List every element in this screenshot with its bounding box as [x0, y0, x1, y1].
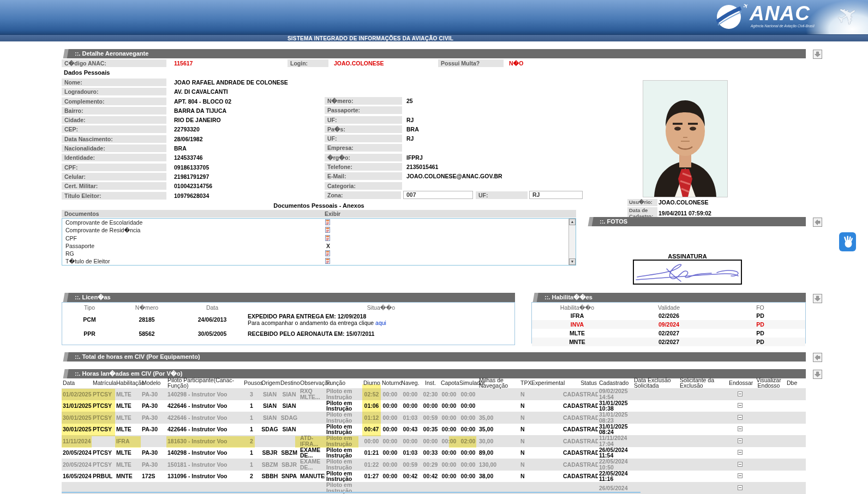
- field-value: RJ: [406, 116, 414, 124]
- field-value: BRA: [406, 125, 419, 133]
- endossar-icon[interactable]: [738, 438, 743, 443]
- cell: [530, 459, 562, 471]
- cell: PTCSY: [92, 424, 115, 436]
- export-habilitacoes-button[interactable]: [813, 294, 822, 303]
- zona-uf-label: UF:: [476, 191, 528, 199]
- habilitacao-row: MLTE02/2027PD: [532, 329, 805, 338]
- cell: EXAME DE...: [299, 447, 325, 459]
- cell: [728, 388, 752, 400]
- cell: SIAN: [279, 424, 299, 436]
- cell: Piloto em Instrução: [325, 388, 362, 400]
- col-header: Modelo: [141, 377, 166, 388]
- cell: [752, 400, 786, 412]
- col-header: Experimental: [530, 377, 562, 388]
- scroll-up-button[interactable]: ▲: [569, 219, 576, 225]
- endossar-icon[interactable]: [738, 450, 743, 455]
- cell: 181630 - Instrutor Voo: [166, 435, 243, 447]
- document-name: Comprovante de Resid�ncia: [65, 227, 140, 233]
- codigo-anac-label: C�digo ANAC:: [62, 59, 166, 67]
- cell: [679, 471, 728, 483]
- habilitacao-hab: MNTE: [532, 338, 622, 346]
- document-file-icon[interactable]: [325, 258, 330, 266]
- licenca-row: PPR 58562 30/05/2005 RECEBIDO PELO AERON…: [62, 326, 514, 337]
- endossar-icon[interactable]: [738, 426, 743, 431]
- entrega-aqui-link[interactable]: aqui: [375, 320, 386, 326]
- cell: [728, 412, 752, 424]
- cell: [786, 400, 806, 412]
- zona-uf-input[interactable]: RJ: [529, 191, 583, 199]
- document-file-icon[interactable]: [325, 219, 330, 227]
- cell: 30/01/2025: [62, 412, 92, 424]
- cell: 35,00: [478, 412, 519, 424]
- cell: N: [519, 388, 530, 400]
- cell: [786, 424, 806, 436]
- field-value: 22793320: [174, 125, 200, 133]
- arrow-down-icon: [815, 296, 821, 302]
- cell: PA-30: [141, 412, 166, 424]
- document-row: T�tulo de Eleitor: [62, 257, 568, 265]
- small-plane-icon: ✈: [741, 1, 750, 10]
- field-value: IFPRJ: [406, 154, 423, 161]
- cell: [752, 471, 786, 483]
- cell: [752, 459, 786, 471]
- cell: 00:43: [399, 424, 421, 436]
- cell: [633, 471, 679, 483]
- top-banner: ✈ ✈ ANAC Agência Nacional de Aviação Civ…: [0, 0, 868, 34]
- endossar-icon[interactable]: [738, 403, 743, 408]
- cell: 00:00: [421, 400, 440, 412]
- field-value: 124533746: [174, 154, 203, 161]
- cell: 00:59: [421, 412, 440, 424]
- flight-row: 20/05/2024PTCSYMLTEPA-30140298 - Instrut…: [62, 447, 806, 459]
- assinatura-label: ASSINATURA: [633, 253, 742, 260]
- cell: 00:00: [399, 435, 421, 447]
- cell: 422646 - Instrutor Voo: [166, 412, 243, 424]
- cell: 130,00: [478, 459, 519, 471]
- endossar-icon[interactable]: [738, 473, 743, 478]
- documents-scrollbar[interactable]: ▲ ▼: [568, 219, 576, 265]
- documents-header: Documentos Exibir: [62, 210, 576, 218]
- cell: Piloto em Instrução: [325, 412, 362, 424]
- cell: 3: [243, 388, 260, 400]
- cell: 01:22: [362, 459, 381, 471]
- cell: [786, 435, 806, 447]
- cell: 00:00: [440, 400, 458, 412]
- cell: [260, 435, 279, 447]
- field-label: Bairro:: [62, 107, 166, 115]
- collapse-total-horas-button[interactable]: [813, 353, 822, 362]
- field-label: Complemento:: [62, 98, 166, 105]
- cell: [679, 412, 728, 424]
- possui-multa-value: N�O: [509, 59, 524, 67]
- field-label: Cert. Militar:: [62, 182, 166, 190]
- field-label: Categoria:: [325, 182, 402, 190]
- endossar-icon[interactable]: [738, 462, 743, 467]
- collapse-fotos-button[interactable]: [813, 218, 822, 227]
- endossar-icon[interactable]: [738, 415, 743, 420]
- habilitacao-fo: PD: [715, 311, 805, 320]
- scroll-down-button[interactable]: ▼: [569, 258, 576, 265]
- export-detalhe-button[interactable]: [813, 50, 822, 59]
- zona-input[interactable]: 007: [403, 191, 473, 199]
- cell: 31/01/2025 10:38: [598, 400, 633, 412]
- cell: [786, 471, 806, 483]
- cell: [530, 388, 562, 400]
- document-file-icon[interactable]: [325, 227, 330, 234]
- cell: 00:00: [440, 471, 458, 483]
- document-file-icon[interactable]: [325, 235, 330, 243]
- field-label: �rg�o:: [325, 154, 402, 161]
- cell: [478, 400, 519, 412]
- document-file-icon[interactable]: [325, 250, 330, 258]
- vlibras-accessibility-button[interactable]: [839, 232, 856, 251]
- export-horas-button[interactable]: [813, 370, 822, 379]
- habilitacao-row: IFRA02/2026PD: [532, 311, 805, 320]
- cell: PTCSY: [92, 412, 115, 424]
- documents-col-label: Documentos: [62, 210, 99, 217]
- habilitacoes-table: Habilita��o Validade FO IFRA02/2026PDINV…: [531, 302, 806, 344]
- endossar-icon[interactable]: [738, 485, 743, 490]
- cell: SIAN: [260, 412, 279, 424]
- cell: [786, 388, 806, 400]
- cell: [728, 459, 752, 471]
- endossar-icon[interactable]: [738, 391, 743, 396]
- field-row: CEP:22793320: [62, 125, 288, 133]
- cell: 09/02/2025 14:54: [598, 388, 633, 400]
- habilitacao-validade: 02/2026: [622, 311, 715, 320]
